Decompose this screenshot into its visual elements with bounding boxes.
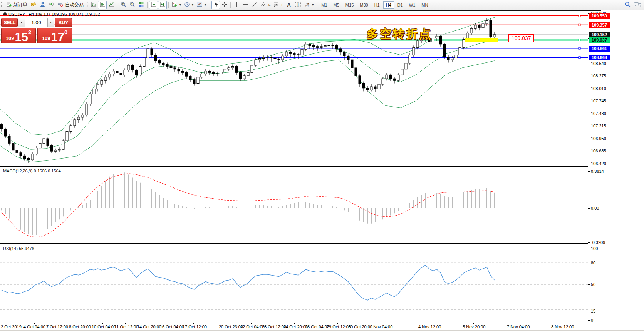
periods-button[interactable]: ▾: [183, 1, 195, 9]
community-button[interactable]: [38, 1, 47, 9]
sell-price-point: 2: [28, 29, 31, 35]
templates-button[interactable]: ▾: [195, 1, 208, 9]
time-tick-label: 16 Oct 04:00: [160, 324, 184, 329]
chart-annotation-text[interactable]: 多空转折点: [367, 26, 432, 42]
svg-text:T: T: [297, 2, 299, 7]
channel-tool-button[interactable]: E: [259, 1, 272, 9]
pane-separator[interactable]: [0, 244, 588, 244]
template-icon: [196, 2, 203, 8]
timeframe-m1-button[interactable]: M1: [319, 1, 330, 9]
arrows-tool-button[interactable]: ▾: [303, 1, 315, 9]
text-label-tool-button[interactable]: T: [293, 1, 303, 9]
macd-tick: [588, 242, 590, 243]
signals-button[interactable]: [47, 1, 56, 9]
buy-price-whole: 109: [42, 35, 50, 41]
chart-shift-icon: [159, 2, 165, 8]
text-tool-button[interactable]: A: [285, 1, 293, 9]
cursor-tool-button[interactable]: [211, 1, 220, 9]
timeframe-h1-button[interactable]: H1: [372, 1, 382, 9]
timeframe-w1-button[interactable]: W1: [406, 1, 418, 9]
rsi-tick-label: 15: [591, 309, 595, 313]
time-tick-label: 5 Nov 20:00: [463, 324, 485, 329]
arrows-icon: [304, 2, 310, 8]
mt4-window: 新订单 自动交易 ▾ ▾ ▾ E F A T ▾: [0, 0, 644, 331]
clock-icon: [184, 2, 190, 8]
rsi-pane[interactable]: [0, 245, 588, 322]
price-tick-label: 106.685: [591, 149, 606, 153]
time-tick-label: 1 Nov 04:00: [370, 324, 392, 329]
sell-button[interactable]: SELL: [1, 18, 18, 27]
add-indicator-button[interactable]: ▾: [170, 1, 183, 9]
sell-price-display[interactable]: 109152: [1, 28, 36, 43]
zoom-in-button[interactable]: [119, 1, 128, 9]
timeframe-h4-button[interactable]: H4: [383, 1, 394, 9]
text-label-icon: T: [295, 2, 301, 8]
trendline-tool-button[interactable]: [250, 1, 259, 9]
macd-tick-label: 0.3614: [591, 169, 604, 174]
price-tick: [588, 139, 590, 139]
vertical-line-tool-button[interactable]: [232, 1, 241, 9]
bar-chart-mode-button[interactable]: [89, 1, 98, 9]
auto-scroll-button[interactable]: [149, 1, 158, 9]
timeframe-m5-button[interactable]: M5: [331, 1, 342, 9]
time-tick-label: 30 Oct 20:00: [348, 324, 372, 329]
macd-tick-label: -0.3209: [591, 240, 605, 245]
horizontal-line-tool-button[interactable]: [241, 1, 250, 9]
text-tool-icon: A: [287, 2, 291, 8]
zoom-out-icon: [129, 2, 135, 8]
chat-icon[interactable]: [634, 2, 642, 8]
timeframe-d1-button[interactable]: D1: [395, 1, 406, 9]
one-click-toggle-icon[interactable]: [3, 12, 7, 15]
fibonacci-icon: [273, 2, 280, 8]
macd-label: MACD(12,26,9) 0.1506 0.1564: [3, 169, 61, 173]
pane-separator[interactable]: [0, 166, 588, 167]
time-tick-label: 14 Oct 20:00: [137, 324, 161, 329]
rsi-tick-label: 80: [591, 261, 595, 265]
time-tick-label: 10 Oct 04:00: [92, 324, 116, 329]
new-order-icon: [6, 2, 12, 8]
price-tick: [588, 101, 590, 101]
timeframe-m30-button[interactable]: M30: [357, 1, 371, 9]
timeframe-mn-button[interactable]: MN: [419, 1, 431, 9]
time-tick-label: 22 Oct 04:00: [240, 324, 265, 329]
timeframe-m15-button[interactable]: M15: [343, 1, 356, 9]
rsi-label: RSI(14) 55.9476: [3, 246, 34, 251]
volume-stepper: ▼ ▲: [18, 18, 54, 27]
toolbar-drag-handle[interactable]: [1, 2, 3, 8]
candlestick-mode-button[interactable]: [98, 1, 107, 9]
search-icon[interactable]: [624, 1, 631, 8]
pane-separator[interactable]: [0, 167, 588, 167]
metaeditor-button[interactable]: [29, 1, 38, 9]
price-level-tag[interactable]: 109.037: [508, 34, 534, 42]
autotrade-button[interactable]: 自动交易: [56, 1, 85, 9]
time-tick-label: 28 Oct 04:00: [305, 324, 329, 329]
community-icon: [40, 2, 45, 8]
crosshair-tool-button[interactable]: [220, 1, 229, 9]
price-axis-line: [588, 11, 588, 323]
add-indicator-icon: [172, 2, 178, 8]
zoom-out-button[interactable]: [128, 1, 137, 9]
buy-price-display[interactable]: 109170: [37, 28, 72, 43]
volume-decrease-button[interactable]: ▼: [18, 18, 25, 27]
pane-separator[interactable]: [0, 243, 588, 244]
zoom-in-icon: [121, 2, 126, 8]
fibonacci-tool-button[interactable]: F: [272, 1, 285, 9]
time-tick-label: 11 Oct 12:00: [114, 324, 138, 329]
tile-windows-button[interactable]: [137, 1, 146, 9]
new-order-button[interactable]: 新订单: [5, 1, 29, 9]
rsi-tick: [588, 263, 590, 263]
price-tick: [588, 151, 590, 151]
volume-input[interactable]: [25, 18, 47, 27]
price-chart-pane[interactable]: [0, 11, 588, 166]
rsi-tick: [588, 249, 590, 249]
time-tick-label: 7 Oct 12:00: [46, 324, 68, 329]
line-chart-mode-button[interactable]: [107, 1, 116, 9]
time-tick-label: 24 Oct 20:00: [283, 324, 308, 329]
chart-shift-button[interactable]: [158, 1, 167, 9]
new-order-label: 新订单: [13, 2, 27, 8]
buy-button[interactable]: BUY: [55, 18, 72, 27]
macd-signal-line: [2, 174, 495, 237]
macd-pane[interactable]: [0, 168, 588, 243]
tile-windows-icon: [138, 2, 144, 8]
volume-increase-button[interactable]: ▲: [47, 18, 54, 27]
